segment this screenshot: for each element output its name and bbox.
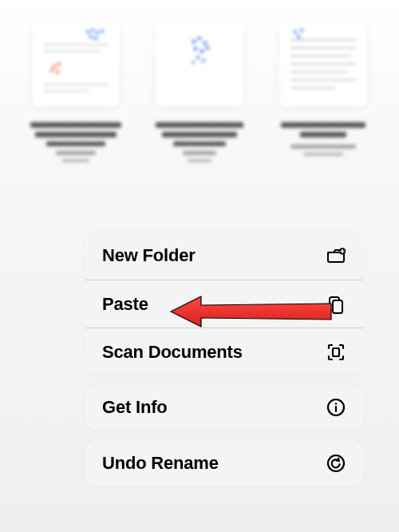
menu-item-paste[interactable]: Paste	[85, 280, 364, 328]
svg-point-21	[192, 40, 196, 44]
svg-point-26	[206, 46, 210, 50]
svg-point-9	[50, 69, 53, 72]
file-thumbnail	[152, 22, 247, 173]
svg-point-28	[202, 59, 205, 62]
svg-point-36	[294, 30, 297, 34]
svg-rect-18	[56, 151, 96, 155]
file-thumbnail-preview	[32, 22, 120, 106]
svg-point-24	[194, 47, 198, 51]
svg-rect-34	[188, 159, 211, 162]
svg-rect-46	[281, 122, 365, 128]
menu-item-label: Undo Rename	[102, 453, 219, 474]
svg-point-38	[297, 35, 300, 38]
svg-rect-47	[300, 132, 346, 137]
svg-rect-55	[333, 300, 342, 313]
svg-rect-0	[32, 22, 120, 106]
svg-point-6	[94, 37, 97, 40]
svg-point-3	[96, 31, 99, 34]
info-icon	[326, 397, 346, 418]
svg-rect-19	[62, 159, 89, 162]
svg-rect-48	[290, 145, 356, 149]
menu-group: Get Info	[85, 383, 364, 431]
svg-rect-30	[156, 122, 243, 128]
svg-point-60	[328, 455, 344, 471]
file-thumbnail-label	[148, 117, 251, 173]
svg-rect-17	[46, 141, 105, 146]
svg-rect-56	[333, 348, 339, 356]
file-thumbnail	[28, 22, 124, 173]
file-grid	[0, 0, 399, 173]
menu-item-get-info[interactable]: Get Info	[85, 383, 364, 431]
svg-point-7	[53, 65, 56, 68]
menu-group: Undo Rename	[85, 439, 364, 487]
svg-point-22	[198, 37, 202, 41]
svg-point-8	[57, 62, 61, 66]
file-thumbnail	[275, 22, 371, 173]
undo-icon	[326, 453, 346, 474]
menu-item-label: New Folder	[102, 245, 196, 266]
menu-item-label: Paste	[102, 294, 148, 315]
svg-point-2	[91, 29, 94, 32]
svg-rect-31	[162, 132, 237, 137]
folder-add-icon	[326, 245, 346, 266]
clipboard-icon	[326, 294, 346, 315]
menu-item-label: Get Info	[102, 397, 168, 418]
svg-point-10	[56, 70, 59, 73]
svg-rect-16	[35, 132, 117, 137]
svg-point-1	[86, 30, 89, 34]
svg-point-37	[300, 29, 303, 32]
svg-point-4	[101, 30, 104, 33]
file-thumbnail-preview	[156, 22, 243, 106]
svg-point-5	[89, 35, 93, 38]
svg-rect-20	[156, 22, 243, 106]
svg-point-25	[200, 50, 204, 54]
context-menu: New Folder Paste Scan Docum	[85, 232, 364, 495]
menu-item-scan-documents[interactable]: Scan Documents	[85, 328, 364, 375]
menu-group: New Folder Paste Scan Docum	[85, 232, 364, 375]
file-thumbnail-preview	[279, 22, 367, 106]
menu-item-undo-rename[interactable]: Undo Rename	[85, 439, 364, 487]
svg-rect-49	[303, 153, 343, 156]
scan-icon	[326, 342, 346, 363]
svg-point-23	[203, 42, 207, 46]
svg-point-58	[335, 403, 337, 404]
svg-rect-33	[183, 151, 216, 155]
menu-item-new-folder[interactable]: New Folder	[85, 232, 364, 280]
menu-item-label: Scan Documents	[102, 342, 243, 363]
file-thumbnail-label	[271, 117, 375, 173]
file-thumbnail-label	[24, 117, 128, 173]
svg-point-27	[196, 56, 200, 59]
svg-point-29	[192, 61, 195, 64]
svg-rect-15	[30, 122, 121, 128]
svg-rect-32	[173, 141, 226, 146]
